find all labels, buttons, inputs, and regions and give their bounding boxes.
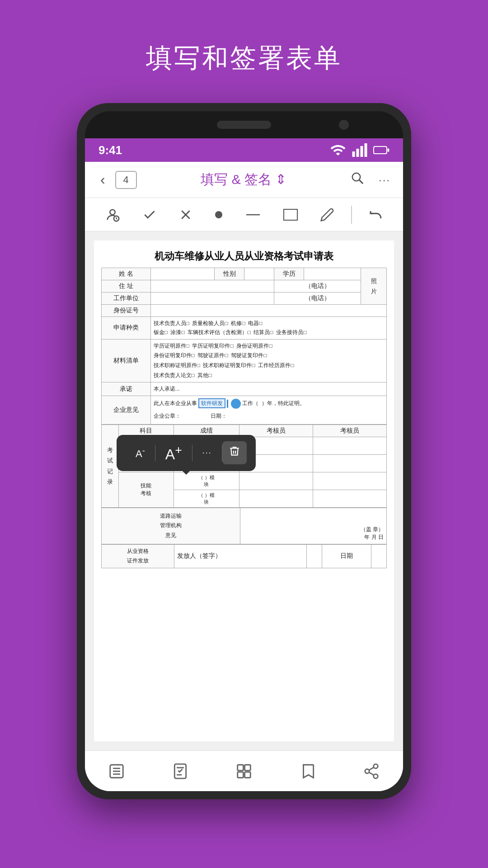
svg-point-29 (373, 774, 378, 778)
doc-area: 机动车维修从业人员从业资格考试申请表 姓 名 性别 学历 照片 (85, 231, 403, 750)
svg-rect-15 (284, 209, 297, 220)
svg-point-13 (215, 211, 222, 218)
check-icon[interactable] (137, 204, 162, 226)
rect-icon[interactable] (277, 205, 304, 225)
svg-rect-1 (357, 149, 359, 157)
svg-rect-2 (361, 146, 363, 157)
list-tab[interactable] (99, 758, 134, 784)
status-icons (330, 142, 389, 158)
more-options-button[interactable]: ··· (192, 444, 222, 461)
svg-line-30 (369, 772, 374, 775)
user-settings-icon[interactable] (99, 203, 126, 226)
svg-rect-3 (365, 143, 367, 157)
toolbar (85, 198, 403, 231)
svg-rect-6 (388, 148, 389, 152)
svg-rect-5 (374, 147, 386, 153)
undo-icon[interactable] (363, 204, 389, 226)
svg-line-8 (359, 180, 362, 183)
text-format-popup[interactable]: A- A+ ··· (117, 435, 256, 471)
page-title: 填写和签署表单 (146, 41, 342, 76)
svg-rect-23 (238, 764, 244, 770)
dot-icon[interactable] (209, 207, 229, 223)
document-tab[interactable] (163, 758, 198, 784)
highlighted-text[interactable]: 软件研发 (198, 398, 225, 408)
decrease-font-button[interactable]: A- (126, 442, 155, 463)
close-icon[interactable] (174, 204, 198, 225)
nav-title: 填写 & 签名 ⇕ (141, 170, 347, 189)
search-button[interactable] (347, 168, 368, 192)
pen-icon[interactable] (314, 204, 340, 226)
page-indicator[interactable]: 4 (115, 171, 137, 189)
nav-bar: ‹ 4 填写 & 签名 ⇕ ··· (85, 162, 403, 198)
svg-point-9 (110, 209, 115, 214)
svg-rect-24 (245, 764, 251, 770)
more-button[interactable]: ··· (375, 170, 394, 190)
svg-point-28 (365, 769, 369, 774)
svg-rect-0 (352, 151, 355, 157)
status-bar: 9:41 (85, 138, 403, 162)
document-title: 机动车维修从业人员从业资格考试申请表 (101, 250, 387, 263)
grid-tab[interactable] (226, 758, 262, 784)
increase-font-button[interactable]: A+ (155, 439, 192, 467)
line-icon[interactable] (240, 208, 266, 221)
back-button[interactable]: ‹ (94, 167, 112, 193)
phone-shell: 9:41 (77, 103, 411, 799)
share-tab[interactable] (354, 758, 389, 784)
bookmark-tab[interactable] (290, 758, 325, 784)
svg-line-31 (369, 767, 374, 770)
svg-point-27 (373, 764, 378, 769)
svg-rect-26 (245, 772, 251, 778)
svg-rect-25 (238, 772, 244, 778)
bottom-tab-bar (85, 750, 403, 791)
document: 机动车维修从业人员从业资格考试申请表 姓 名 性别 学历 照片 (94, 241, 394, 741)
delete-text-button[interactable] (222, 441, 247, 464)
status-time: 9:41 (99, 143, 122, 157)
